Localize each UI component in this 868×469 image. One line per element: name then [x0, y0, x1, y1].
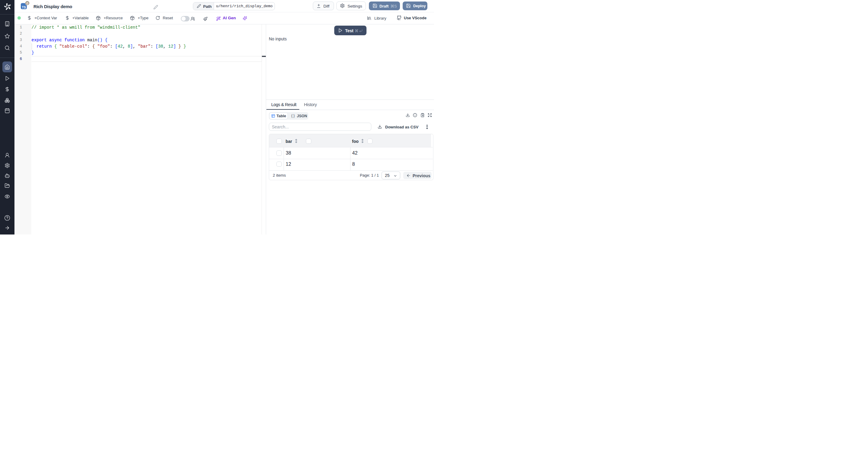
- svg-text:TS: TS: [22, 5, 26, 9]
